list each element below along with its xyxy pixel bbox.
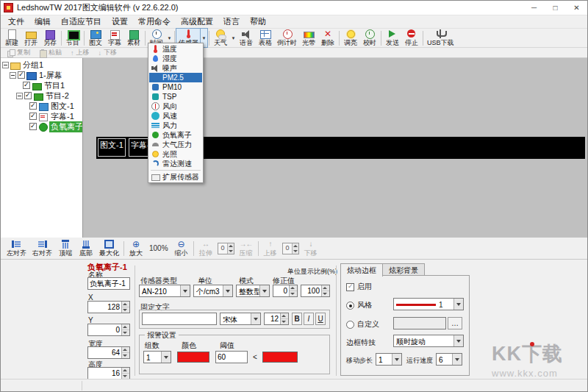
sensor-menu-item-noise[interactable]: 噪声 xyxy=(149,63,202,73)
menu-language[interactable]: 语言 xyxy=(218,15,245,28)
speed-combo[interactable]: 6 xyxy=(436,353,462,366)
ion1-checkbox[interactable] xyxy=(29,123,37,130)
material-button[interactable]: 素材 xyxy=(124,29,143,47)
spin-down-button[interactable] xyxy=(281,319,288,324)
menu-common-commands[interactable]: 常用命令 xyxy=(133,15,176,28)
stretch-button[interactable]: ↔ 拉伸 xyxy=(196,238,216,259)
move-value-spinner[interactable]: 0 xyxy=(282,243,299,254)
sensor-menu-item-pm25[interactable]: PM2.5 xyxy=(149,73,202,82)
screen-checkbox[interactable] xyxy=(18,71,25,79)
tree-item-screen[interactable]: 1-屏幕 xyxy=(37,70,64,81)
spin-up-button[interactable] xyxy=(122,302,129,307)
sensor-menu-item-humidity[interactable]: 湿度 xyxy=(149,54,202,63)
program1-checkbox[interactable] xyxy=(23,82,30,89)
spin-up-button[interactable] xyxy=(122,347,129,353)
zone-move-down-button[interactable]: ↓ 下移 xyxy=(301,238,321,259)
zoom-out-button[interactable]: ⊖ 缩小 xyxy=(171,238,192,259)
font-size-spinner[interactable]: 12 xyxy=(264,313,289,325)
group-count-combo[interactable]: 1 xyxy=(143,351,171,363)
program2-checkbox[interactable] xyxy=(24,92,32,99)
combo-arrow-icon[interactable] xyxy=(259,285,269,296)
align-right-button[interactable]: 右对齐 xyxy=(29,238,55,259)
weather-dropdown-arrow-icon[interactable]: ▼ xyxy=(230,29,237,47)
usb-download-button[interactable]: USB下载 xyxy=(425,29,456,47)
spin-down-button[interactable] xyxy=(122,353,129,358)
spin-down-button[interactable] xyxy=(122,307,129,313)
expander-icon[interactable] xyxy=(10,72,16,79)
spin-down-button[interactable] xyxy=(122,330,129,335)
sensor-type-combo[interactable]: AN-210 xyxy=(139,285,190,297)
align-top-button[interactable]: 顶端 xyxy=(55,238,76,259)
spin-up-button[interactable] xyxy=(122,324,129,330)
new-button[interactable]: 新建 xyxy=(2,29,21,47)
font-combo[interactable]: 宋体 xyxy=(220,313,261,325)
combo-arrow-icon[interactable] xyxy=(161,352,171,363)
menu-settings[interactable]: 设置 xyxy=(107,15,133,28)
minimize-icon[interactable]: ─ xyxy=(523,1,545,15)
sensor-menu-item-extended[interactable]: 扩展传感器 xyxy=(149,172,202,182)
send-button[interactable]: 发送 xyxy=(383,29,402,47)
style-radio[interactable] xyxy=(346,302,354,310)
graphic1-checkbox[interactable] xyxy=(29,102,37,110)
correction-spinner[interactable]: 0 xyxy=(273,285,298,297)
program-button[interactable]: 节目 xyxy=(63,29,82,47)
align-bottom-button[interactable]: 底部 xyxy=(76,238,96,259)
scale-spinner[interactable]: 100 xyxy=(301,285,330,297)
sensor-menu-item-radar[interactable]: 雷达测速 xyxy=(149,159,202,168)
brightness-button[interactable]: 调亮 xyxy=(341,29,360,47)
table-button[interactable]: 表格 xyxy=(256,29,275,47)
tree-item-graphic1[interactable]: 图文-1 xyxy=(49,101,76,112)
combo-arrow-icon[interactable] xyxy=(452,354,462,365)
tab-border-effect[interactable]: 炫动边框 xyxy=(340,263,383,277)
caption-button[interactable]: 字幕 xyxy=(105,29,124,47)
enable-checkbox[interactable] xyxy=(346,283,354,291)
tree-item-ion1-selected[interactable]: 负氧离子-1 xyxy=(49,121,83,132)
countdown-button[interactable]: 倒计时 xyxy=(275,29,299,47)
save-as-button[interactable]: 另存 xyxy=(40,29,60,47)
close-icon[interactable]: ✕ xyxy=(566,1,587,15)
height-spinner[interactable]: 16 xyxy=(87,367,130,379)
tree-item-caption1[interactable]: 字幕-1 xyxy=(49,111,76,122)
width-spinner[interactable]: 64 xyxy=(87,346,130,359)
menu-help[interactable]: 帮助 xyxy=(245,15,271,28)
spin-down-button[interactable] xyxy=(122,374,129,379)
custom-input[interactable] xyxy=(393,317,446,329)
alarm-color-swatch[interactable] xyxy=(177,352,209,363)
delete-button[interactable]: ✕ 删除 xyxy=(318,29,337,47)
combo-arrow-icon[interactable] xyxy=(223,285,232,296)
step-combo[interactable]: 1 xyxy=(376,353,402,366)
sensor-menu-item-light[interactable]: 光照 xyxy=(149,149,202,159)
sensor-menu-item-temperature[interactable]: 温度 xyxy=(149,44,202,54)
align-left-button[interactable]: 左对齐 xyxy=(4,238,29,259)
mode-combo[interactable]: 整数型 xyxy=(236,285,270,297)
combo-arrow-icon[interactable] xyxy=(251,313,260,324)
weather-button[interactable]: 天气 xyxy=(211,29,230,47)
zoom-in-button[interactable]: ⊕ 放大 xyxy=(126,238,146,259)
menu-adaptive-program[interactable]: 自适应节目 xyxy=(56,15,107,28)
copy-button[interactable]: 复制 xyxy=(3,48,35,57)
open-button[interactable]: 打开 xyxy=(21,29,40,47)
sensor-menu-item-pm10[interactable]: PM10 xyxy=(149,82,202,92)
underline-button[interactable]: U xyxy=(315,313,326,325)
graphic-button[interactable]: 图文 xyxy=(86,29,105,47)
spin-up-button[interactable] xyxy=(293,243,298,249)
spin-up-button[interactable] xyxy=(281,313,288,319)
browse-button[interactable]: … xyxy=(448,317,462,329)
spin-down-button[interactable] xyxy=(228,249,234,254)
menu-file[interactable]: 文件 xyxy=(3,15,29,28)
expander-icon[interactable] xyxy=(16,93,23,99)
light-band-button[interactable]: 光带 xyxy=(299,29,318,47)
timing-button[interactable]: 校时 xyxy=(360,29,379,47)
combo-arrow-icon[interactable] xyxy=(392,354,401,365)
italic-button[interactable]: I xyxy=(304,313,314,325)
spin-down-button[interactable] xyxy=(322,291,329,296)
sensor-menu-item-wind-direction[interactable]: 风向 xyxy=(149,101,202,111)
alarm-color-swatch-2[interactable] xyxy=(262,352,298,363)
name-input[interactable] xyxy=(87,277,130,290)
spin-down-button[interactable] xyxy=(290,291,297,296)
tree-item-program2[interactable]: 节目-2 xyxy=(44,90,71,101)
fixed-text-input[interactable] xyxy=(142,313,217,325)
canvas-zone-graphic[interactable]: 图文-1 xyxy=(98,138,126,157)
zone-move-up-button[interactable]: ↑ 上移 xyxy=(260,238,281,259)
sensor-menu-item-negative-ion[interactable]: 负氧离子 xyxy=(149,130,202,140)
